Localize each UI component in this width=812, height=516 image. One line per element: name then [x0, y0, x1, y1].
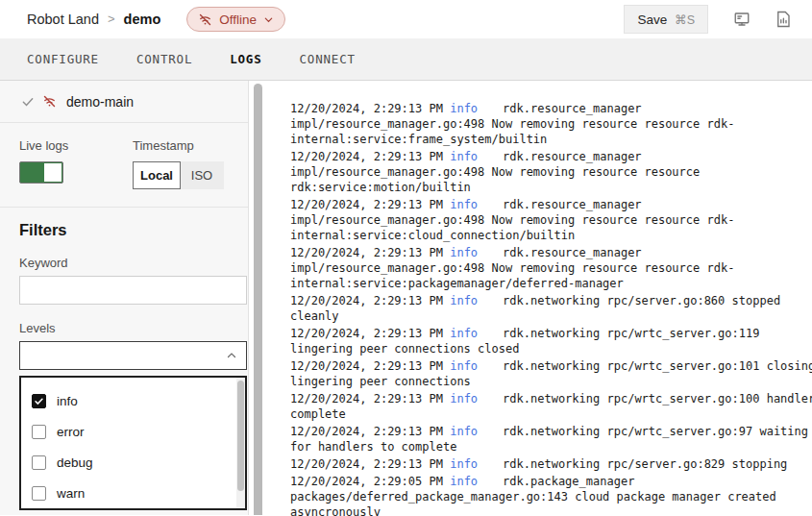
filters-title: Filters: [19, 221, 229, 239]
tab-bar: CONFIGURE CONTROL LOGS CONNECT: [0, 38, 812, 81]
keyword-label: Keyword: [19, 256, 229, 270]
log-logger: rdk.resource_manager: [503, 102, 642, 115]
levels-select[interactable]: [19, 341, 247, 370]
log-logger: rdk.networking: [503, 294, 600, 307]
log-message: impl/resource_manager.go:498 Now removin…: [290, 117, 734, 146]
save-button[interactable]: Save ⌘S: [624, 5, 708, 34]
log-timestamp: 12/20/2024, 2:29:13 PM: [290, 198, 443, 211]
tab-logs[interactable]: LOGS: [230, 52, 261, 66]
level-option-error[interactable]: error: [21, 416, 245, 447]
log-message: impl/resource_manager.go:498 Now removin…: [290, 165, 700, 194]
log-level: info: [450, 475, 478, 488]
log-entry: 12/20/2024, 2:29:13 PM infordk.networkin…: [290, 391, 812, 422]
chevron-up-icon: [226, 350, 237, 361]
breadcrumb: Robot Land > demo Offline: [27, 7, 285, 32]
log-timestamp: 12/20/2024, 2:29:13 PM: [290, 392, 443, 405]
level-option-debug[interactable]: debug: [21, 447, 245, 478]
level-option-label: debug: [57, 455, 93, 470]
log-logger: rdk.networking: [503, 327, 600, 340]
log-logger: rdk.networking: [503, 359, 600, 373]
log-entry: 12/20/2024, 2:29:13 PM infordk.resource_…: [290, 149, 812, 195]
log-message: impl/resource_manager.go:498 Now removin…: [290, 213, 734, 242]
log-level: info: [450, 327, 478, 340]
report-document-icon[interactable]: [775, 11, 791, 28]
log-logger: rdk.networking: [503, 425, 600, 438]
timestamp-label: Timestamp: [133, 138, 224, 153]
log-entry: 12/20/2024, 2:29:13 PM infordk.networkin…: [290, 456, 812, 472]
log-logger: rdk.networking: [503, 392, 600, 405]
part-selector[interactable]: demo-main: [0, 81, 248, 123]
log-logger: rdk.package_manager: [503, 475, 634, 488]
log-timestamp: 12/20/2024, 2:29:13 PM: [290, 327, 443, 340]
log-level: info: [450, 457, 478, 471]
timestamp-format-switch: Local ISO: [133, 161, 224, 189]
log-timestamp: 12/20/2024, 2:29:13 PM: [290, 246, 443, 259]
levels-dropdown: info error debug warn: [19, 376, 247, 510]
log-scrollbar-thumb[interactable]: [254, 84, 262, 515]
save-label: Save: [637, 12, 667, 27]
tab-control[interactable]: CONTROL: [136, 52, 192, 66]
levels-label: Levels: [19, 321, 229, 335]
log-level: info: [450, 102, 478, 115]
dropdown-scrollbar-thumb[interactable]: [237, 381, 244, 491]
level-option-label: info: [57, 394, 78, 408]
status-label: Offline: [219, 12, 257, 27]
timestamp-iso-button[interactable]: ISO: [181, 161, 224, 189]
checkbox-icon[interactable]: [32, 455, 46, 470]
timestamp-local-button[interactable]: Local: [133, 161, 181, 189]
log-logger: rdk.resource_manager: [503, 150, 642, 163]
log-message: packages/deferred_package_manager.go:143…: [290, 490, 776, 516]
machine-status-dropdown[interactable]: Offline: [186, 7, 285, 32]
log-entry: 12/20/2024, 2:29:13 PM infordk.networkin…: [290, 293, 812, 324]
machine-monitor-icon[interactable]: [733, 11, 750, 28]
level-option-label: warn: [57, 486, 85, 501]
tab-connect[interactable]: CONNECT: [300, 52, 356, 66]
log-message: rpc/server.go:829 stopping: [606, 457, 787, 471]
breadcrumb-machine[interactable]: demo: [124, 12, 161, 27]
wifi-off-icon: [198, 12, 212, 27]
live-logs-toggle[interactable]: [19, 161, 63, 184]
top-bar-actions: Save ⌘S: [624, 5, 791, 34]
toggle-knob: [44, 163, 62, 182]
log-logger: rdk.resource_manager: [503, 246, 642, 259]
check-icon: [21, 95, 35, 109]
level-option-label: error: [57, 425, 85, 439]
log-level: info: [450, 150, 478, 163]
logs-sidebar: demo-main Live logs Timestamp Local ISO …: [0, 81, 249, 515]
breadcrumb-separator: >: [108, 12, 115, 26]
checkbox-icon[interactable]: [32, 486, 46, 501]
dropdown-scrollbar-track[interactable]: [236, 378, 245, 508]
log-logger: rdk.networking: [503, 457, 600, 471]
log-timestamp: 12/20/2024, 2:29:05 PM: [290, 475, 443, 488]
wifi-off-icon: [42, 94, 57, 109]
tab-configure[interactable]: CONFIGURE: [27, 52, 99, 66]
log-entry: 12/20/2024, 2:29:13 PM infordk.networkin…: [290, 358, 812, 389]
log-timestamp: 12/20/2024, 2:29:13 PM: [290, 150, 443, 163]
log-list: 12/20/2024, 2:29:13 PM infordk.resource_…: [290, 101, 812, 516]
log-entry: 12/20/2024, 2:29:05 PM infordk.package_m…: [290, 474, 812, 516]
log-timestamp: 12/20/2024, 2:29:13 PM: [290, 425, 443, 438]
filters-section: Filters Keyword Levels info: [0, 208, 248, 510]
log-level: info: [450, 294, 478, 307]
level-option-clipped[interactable]: [21, 508, 245, 510]
level-option-warn[interactable]: warn: [21, 478, 245, 508]
top-bar: Robot Land > demo Offline Save ⌘S: [0, 0, 812, 38]
log-level: info: [450, 359, 478, 373]
log-entry: 12/20/2024, 2:29:13 PM infordk.networkin…: [290, 424, 812, 455]
breadcrumb-org[interactable]: Robot Land: [27, 12, 99, 27]
log-entry: 12/20/2024, 2:29:13 PM infordk.resource_…: [290, 245, 812, 291]
log-timestamp: 12/20/2024, 2:29:13 PM: [290, 359, 443, 373]
checkbox-icon[interactable]: [32, 425, 46, 439]
save-shortcut: ⌘S: [675, 12, 695, 27]
log-timestamp: 12/20/2024, 2:29:13 PM: [290, 102, 443, 115]
chevron-down-icon: [263, 14, 274, 25]
checkbox-checked-icon[interactable]: [32, 394, 46, 408]
log-timestamp: 12/20/2024, 2:29:13 PM: [290, 294, 443, 307]
level-option-info[interactable]: info: [21, 385, 245, 416]
log-controls: Live logs Timestamp Local ISO: [0, 123, 248, 208]
log-message: impl/resource_manager.go:498 Now removin…: [290, 261, 734, 290]
keyword-input[interactable]: [19, 276, 247, 305]
log-level: info: [450, 198, 478, 211]
log-entry: 12/20/2024, 2:29:13 PM infordk.resource_…: [290, 101, 812, 147]
log-panel: 12/20/2024, 2:29:13 PM infordk.resource_…: [249, 81, 812, 515]
